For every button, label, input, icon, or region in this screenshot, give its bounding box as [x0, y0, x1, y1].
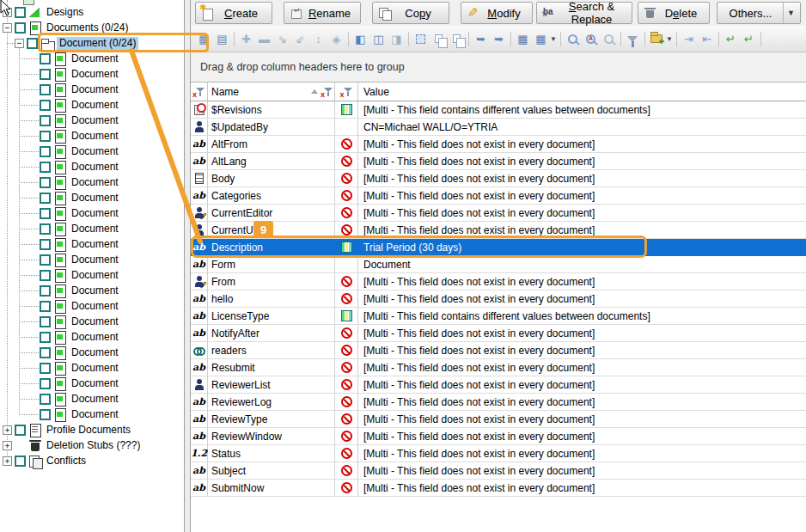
tree-checkbox[interactable]	[40, 100, 51, 111]
field-name[interactable]: AltLang	[208, 153, 335, 170]
field-row[interactable]: CurrentEditor[Multi - This field does no…	[191, 205, 806, 222]
field-value[interactable]: [Multi - This field does not exist in ev…	[358, 170, 806, 187]
field-name[interactable]: Body	[208, 170, 335, 187]
field-row[interactable]: Body[Multi - This field does not exist i…	[191, 170, 806, 187]
field-row[interactable]: $Revisions[Multi - This field contains d…	[191, 101, 806, 119]
field-value[interactable]: [Multi - This field does not exist in ev…	[358, 222, 806, 239]
tree-item-label[interactable]: Document	[69, 315, 121, 328]
renumber-items-icon[interactable]: ↕	[310, 32, 327, 46]
expand-toggle[interactable]: +	[3, 8, 12, 17]
column-freeze-right-icon[interactable]: ◨	[388, 32, 405, 46]
tree-checkbox[interactable]	[15, 425, 26, 436]
export-options-icon[interactable]: ➥	[491, 32, 507, 46]
tree-item-label[interactable]: Document	[69, 238, 121, 251]
tree-item-label[interactable]: Document	[69, 192, 121, 205]
tree-checkbox[interactable]	[40, 162, 51, 173]
tree-checkbox[interactable]	[40, 177, 51, 188]
field-value[interactable]: [Multi - This field does not exist in ev…	[358, 394, 806, 411]
expand-toggle[interactable]: +	[3, 425, 12, 435]
column-freeze-middle-icon[interactable]: ◫	[370, 32, 387, 46]
field-name[interactable]: Resubmit	[208, 359, 335, 376]
field-name[interactable]: readers	[208, 342, 335, 359]
tree-checkbox[interactable]	[40, 363, 51, 374]
demote-item-icon[interactable]: ⇘	[274, 32, 290, 46]
field-value[interactable]: [Multi - This field does not exist in ev…	[358, 187, 806, 205]
field-value[interactable]: [Multi - This field does not exist in ev…	[358, 480, 806, 497]
tree-checkbox[interactable]	[27, 38, 38, 49]
field-row[interactable]: abReviewType[Multi - This field does not…	[191, 411, 806, 428]
go-to-parent-icon[interactable]: ↵	[741, 32, 757, 46]
select-related-icon[interactable]: ◈	[328, 32, 345, 46]
dropdown-arrow-icon[interactable]: ▼	[550, 35, 557, 43]
tree-item-label[interactable]: Document	[69, 393, 121, 406]
tree-checkbox[interactable]	[15, 456, 26, 467]
expand-toggle[interactable]: −	[3, 23, 12, 33]
tree-item-label[interactable]: Document	[69, 269, 121, 282]
dropdown-arrow-icon[interactable]: ▼	[783, 3, 800, 23]
filter-icon[interactable]	[625, 32, 641, 46]
tree-item-label[interactable]: Document	[69, 83, 121, 96]
rename-button[interactable]: Rename	[284, 2, 361, 24]
dropdown-arrow-icon[interactable]: ▼	[666, 35, 673, 43]
selection-mode-icon[interactable]	[412, 32, 429, 46]
column-freeze-left-icon[interactable]: ◧	[352, 32, 369, 46]
copy-selection-icon[interactable]	[430, 32, 447, 46]
others-button[interactable]: Others...▼	[717, 2, 801, 24]
field-name[interactable]: CurrentEditor	[208, 205, 335, 222]
field-row[interactable]: abSubmitNow[Multi - This field does not …	[191, 480, 806, 497]
tree-checkbox[interactable]	[40, 115, 51, 126]
tree-item-label[interactable]: Document	[69, 145, 121, 158]
tree-checkbox[interactable]	[40, 146, 51, 157]
field-name[interactable]: From	[208, 273, 335, 290]
field-name[interactable]: hello	[208, 290, 335, 308]
create-button[interactable]: Create	[195, 2, 272, 24]
tree-item-label[interactable]: Document	[69, 331, 121, 344]
promote-item-icon[interactable]: ⇙	[292, 32, 308, 46]
field-row[interactable]: readers[Multi - This field does not exis…	[191, 342, 806, 359]
field-row[interactable]: abAltLang[Multi - This field does not ex…	[191, 153, 806, 170]
tree-checkbox[interactable]	[40, 347, 51, 358]
tree-checkbox[interactable]	[40, 131, 51, 142]
tree-checkbox[interactable]	[40, 316, 51, 327]
field-name[interactable]: SubmitNow	[208, 480, 335, 497]
field-value[interactable]: [Multi - This field does not exist in ev…	[358, 153, 806, 170]
field-row[interactable]: abDescriptionTrial Period (30 days)	[191, 239, 806, 256]
header-name-column[interactable]: Name x	[208, 83, 335, 101]
tree-item-label[interactable]: Document	[69, 99, 121, 112]
field-value[interactable]: [Multi - This field does not exist in ev…	[358, 136, 806, 153]
field-name[interactable]: ReviewWindow	[208, 428, 335, 445]
remove-item-icon[interactable]: ▬	[256, 32, 272, 46]
field-value[interactable]: [Multi - This field contains different v…	[358, 308, 806, 325]
field-row[interactable]: abLicenseType[Multi - This field contain…	[191, 308, 806, 325]
field-name[interactable]: ReviewerList	[208, 376, 335, 394]
tree-item-label[interactable]: Document	[69, 130, 121, 143]
field-row[interactable]: 1.2Status[Multi - This field does not ex…	[191, 445, 806, 462]
delete-button[interactable]: Delete	[638, 2, 710, 24]
customize-grid-icon[interactable]: ▦	[196, 32, 212, 46]
field-value[interactable]: [Multi - This field does not exist in ev…	[358, 359, 806, 376]
expand-toggle[interactable]: +	[3, 441, 12, 450]
tree-checkbox[interactable]	[40, 193, 51, 204]
tree-item-label[interactable]: Documents (0/24)	[44, 21, 131, 34]
field-value[interactable]: [Multi - This field does not exist in ev…	[358, 290, 806, 308]
tree-item-label[interactable]: Document	[69, 346, 121, 359]
field-value[interactable]: Document	[358, 256, 806, 273]
tree-checkbox[interactable]	[40, 223, 51, 235]
field-value[interactable]: [Multi - This field does not exist in ev…	[358, 411, 806, 428]
tree-item-label[interactable]: Document	[69, 114, 121, 127]
tree-item-label[interactable]: Document	[69, 377, 121, 390]
field-value[interactable]: [Multi - This field does not exist in ev…	[358, 342, 806, 359]
tree-checkbox[interactable]	[15, 22, 26, 34]
tree-item-label[interactable]: Document (0/24)	[57, 37, 138, 50]
tree-item-label[interactable]: Document	[69, 161, 121, 174]
add-item-icon[interactable]: ✚	[238, 32, 254, 46]
field-value[interactable]: [Multi - This field does not exist in ev…	[358, 376, 806, 394]
copy-with-headers-icon[interactable]	[449, 32, 465, 46]
tree-item-label[interactable]: Document	[69, 254, 121, 266]
expand-toggle[interactable]: −	[15, 39, 24, 48]
new-category-icon[interactable]	[649, 32, 665, 46]
field-name[interactable]: Subject	[208, 462, 335, 480]
field-row[interactable]: CurrentUser[Multi - This field does not …	[191, 222, 806, 239]
field-value[interactable]: [Multi - This field does not exist in ev…	[358, 428, 806, 445]
field-name[interactable]: NotifyAfter	[208, 325, 335, 342]
